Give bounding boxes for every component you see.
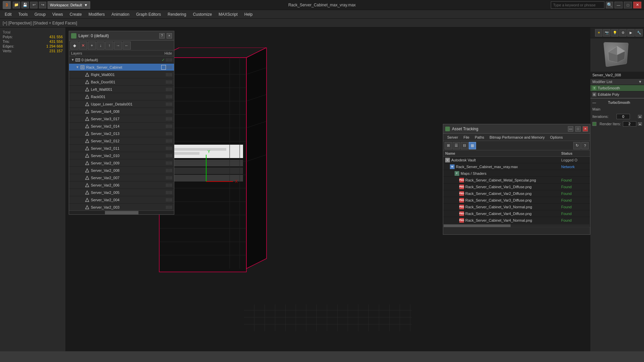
layer-tool-select[interactable]: ◆	[70, 42, 78, 50]
layer-list-item[interactable]: Server_Var2_006	[69, 182, 174, 189]
layer-list-item[interactable]: Upper_Lower_Details001	[69, 100, 174, 108]
layer-tool-move-up[interactable]: ↑	[105, 42, 113, 50]
modifier-item-editable-poly[interactable]: E Editable Poly	[590, 91, 644, 98]
ts-collapse-icon[interactable]: —	[592, 100, 596, 104]
layer-tool-add[interactable]: +	[88, 42, 96, 50]
layer-expand-icon[interactable]: ▼	[75, 65, 80, 69]
menu-modifiers[interactable]: Modifiers	[85, 11, 108, 17]
layer-list-item[interactable]: Server_Var2_007	[69, 174, 174, 182]
layer-list-item[interactable]: Left_Wall001	[69, 86, 174, 93]
menu-rendering[interactable]: Rendering	[164, 11, 189, 17]
asset-list-item[interactable]: PNGRack_Server_Cabinet_Var3_Diffuse.pngF…	[443, 197, 590, 204]
layer-list-item[interactable]: Server_Var3_017	[69, 115, 174, 123]
layer-list-item[interactable]: ▼0 (default)✓	[69, 56, 174, 64]
menu-tools[interactable]: Tools	[15, 11, 31, 17]
cube-navigator[interactable]	[590, 38, 644, 72]
layer-scrollbar-thumb[interactable]	[105, 211, 138, 214]
sun-icon[interactable]: ☀	[595, 29, 602, 37]
layer-tool-delete[interactable]: ✕	[79, 42, 87, 50]
layer-list-item[interactable]: Server_Var2_012	[69, 137, 174, 145]
layer-list-item[interactable]: Server_Var2_010	[69, 152, 174, 159]
gear-icon[interactable]: ⚙	[619, 29, 627, 37]
layer-list-item[interactable]: Server_Var2_003	[69, 204, 174, 210]
camera-icon[interactable]: 📷	[603, 29, 610, 37]
asset-menu-paths[interactable]: Paths	[472, 135, 487, 140]
layer-list-item[interactable]: Server_Var4_008	[69, 108, 174, 115]
ts-iterations-up[interactable]: ▲	[638, 115, 642, 118]
toolbar-open[interactable]: 📁	[13, 2, 20, 8]
asset-list-item[interactable]: PNGRack_Server_Cabinet_Var2_Diffuse.pngF…	[443, 190, 590, 197]
asset-list-item[interactable]: PNGRack_Server_Cabinet_Var4_Diffuse.pngF…	[443, 210, 590, 217]
asset-list-item[interactable]: PNGRack_Server_Cabinet_Var4_Normal.pngFo…	[443, 217, 590, 224]
asset-minimize-button[interactable]: —	[568, 126, 573, 132]
menu-customize[interactable]: Customize	[189, 11, 215, 17]
minimize-button[interactable]: —	[614, 2, 623, 8]
close-button[interactable]: ✕	[633, 2, 641, 8]
layer-list-item[interactable]: Server_Var2_013	[69, 130, 174, 137]
layer-tool-move-down[interactable]: ↓	[97, 42, 105, 50]
layer-list-item[interactable]: Server_Var2_014	[69, 123, 174, 130]
asset-scrollbar[interactable]	[443, 224, 590, 227]
menu-help[interactable]: Help	[241, 11, 256, 17]
asset-maximize-button[interactable]: □	[575, 126, 581, 132]
asset-list-item[interactable]: PNGRack_Server_Cabinet_Var3_Normal.pngFo…	[443, 204, 590, 210]
menu-group[interactable]: Group	[31, 11, 49, 17]
asset-close-button[interactable]: ✕	[583, 126, 588, 132]
asset-tool-list[interactable]: ☰	[453, 142, 460, 149]
layer-list-item[interactable]: Server_Var2_009	[69, 159, 174, 167]
workspace-dropdown[interactable]: Workspace: Default ▼	[48, 1, 90, 9]
asset-menu-file[interactable]: File	[461, 135, 472, 140]
ts-render-up[interactable]: ▲	[638, 122, 642, 126]
layer-list-item[interactable]: ▼Rack_Server_Cabinet	[69, 64, 174, 71]
layer-help-button[interactable]: ?	[159, 33, 165, 39]
utility-icon[interactable]: 🔧	[635, 29, 643, 37]
asset-menu-server[interactable]: Server	[445, 135, 461, 140]
ts-iterations-input[interactable]	[617, 114, 630, 119]
asset-scrollbar-thumb[interactable]	[444, 224, 511, 227]
view-cube[interactable]	[603, 42, 629, 67]
layer-tool-move-left[interactable]: ←	[123, 42, 131, 50]
menu-edit[interactable]: Edit	[1, 11, 15, 17]
ts-render-checkbox[interactable]	[592, 122, 596, 126]
toolbar-redo[interactable]: ↪	[39, 2, 46, 8]
layer-list-item[interactable]: Back_Door001	[69, 78, 174, 86]
search-button[interactable]: 🔍	[606, 2, 613, 8]
layer-list-item[interactable]: Server_Var2_011	[69, 145, 174, 152]
light-icon[interactable]: 💡	[611, 29, 619, 37]
layer-list-item[interactable]: Rack001	[69, 93, 174, 100]
asset-list-item[interactable]: FMaps / Shaders	[443, 170, 590, 177]
asset-menu-bitmap[interactable]: Bitmap Performance and Memory	[487, 135, 547, 140]
toolbar-undo[interactable]: ↩	[30, 2, 38, 8]
ts-render-iters-input[interactable]	[623, 121, 636, 127]
maximize-button[interactable]: □	[624, 2, 632, 8]
asset-tool-help[interactable]: ?	[581, 142, 589, 149]
layer-close-button[interactable]: ×	[167, 33, 172, 39]
modifier-item-turbosmooth[interactable]: T TurboSmooth	[590, 85, 644, 91]
asset-list-item[interactable]: PNGRack_Server_Cabinet_Var1_Diffuse.pngF…	[443, 184, 590, 190]
asset-tool-grid1[interactable]: ⊞	[445, 142, 452, 149]
menu-graph-editors[interactable]: Graph Editors	[133, 11, 164, 17]
asset-tool-grid2[interactable]: ⊟	[461, 142, 468, 149]
asset-list-item[interactable]: VAutodesk VaultLogged O	[443, 157, 590, 163]
layer-expand-icon[interactable]: ▼	[70, 58, 75, 62]
asset-list-item[interactable]: MRack_Server_Cabinet_max_vray.maxNetwork	[443, 163, 590, 170]
menu-animation[interactable]: Animation	[108, 11, 133, 17]
search-box[interactable]: Type a keyword or phrase	[551, 1, 604, 9]
layer-list-item[interactable]: Right_Wall001	[69, 71, 174, 78]
layer-list-item[interactable]: Server_Var2_008	[69, 167, 174, 174]
layer-tool-move-right[interactable]: →	[114, 42, 122, 50]
layer-list-item[interactable]: Server_Var2_005	[69, 189, 174, 196]
menu-views[interactable]: Views	[49, 11, 66, 17]
asset-tool-table[interactable]: ▦	[469, 142, 476, 149]
menu-create[interactable]: Create	[66, 11, 85, 17]
layer-list-item[interactable]: Server_Var2_004	[69, 196, 174, 204]
menu-maxscript[interactable]: MAXScript	[215, 11, 241, 17]
asset-menu-options[interactable]: Options	[547, 135, 566, 140]
layer-visibility-check[interactable]: ✓	[161, 58, 166, 62]
toolbar-save[interactable]: 💾	[21, 2, 29, 8]
asset-scrollbar-track[interactable]	[444, 224, 590, 227]
asset-list-item[interactable]: PNGRack_Server_Cabinet_Metal_Specular.pn…	[443, 177, 590, 184]
asset-tool-refresh[interactable]: ↻	[573, 142, 581, 149]
render-icon[interactable]: ▶	[627, 29, 635, 37]
layer-scrollbar[interactable]	[69, 210, 174, 214]
